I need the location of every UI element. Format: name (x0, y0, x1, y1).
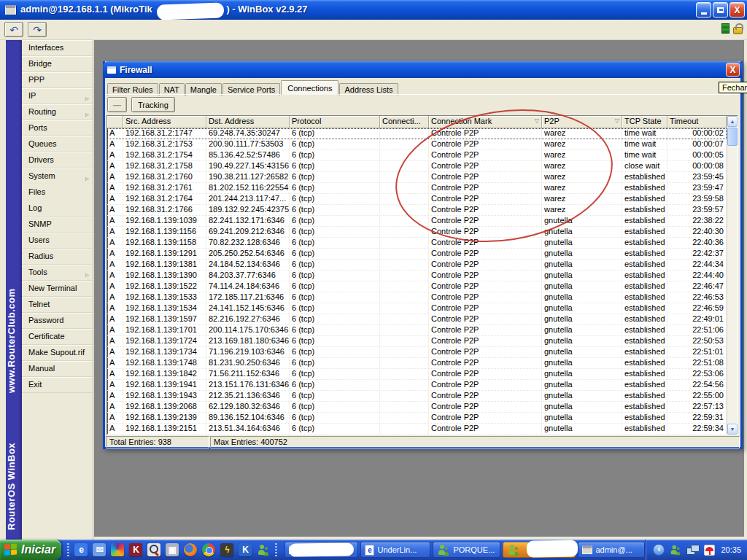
antivirus-tray-icon[interactable] (704, 545, 715, 556)
sidebar-item-exit[interactable]: Exit (22, 377, 93, 393)
column-header-flags[interactable] (107, 116, 123, 128)
sidebar-item-log[interactable]: Log (22, 201, 93, 217)
sidebar-item-system[interactable]: System▹ (22, 168, 93, 184)
connection-row[interactable]: A192.168.31.2:1766189.132.92.245:423756 … (107, 205, 727, 216)
sidebar-item-new-terminal[interactable]: New Terminal (22, 281, 93, 297)
sidebar-item-manual[interactable]: Manual (22, 361, 93, 377)
firewall-close-button[interactable]: X (726, 63, 740, 77)
connection-row[interactable]: A192.168.1.139:213989.136.152.104:63466 … (107, 413, 727, 424)
sidebar-item-ppp[interactable]: PPP (22, 72, 93, 88)
column-header-src-address[interactable]: Src. Address (123, 116, 206, 128)
connection-row[interactable]: A192.168.1.139:173471.196.219.103:63466 … (107, 347, 727, 358)
sidebar-item-tools[interactable]: Tools▹ (22, 265, 93, 281)
firefox-icon[interactable] (184, 543, 197, 556)
connection-row[interactable]: A192.168.31.2:1764201.244.213.117:47...6… (107, 194, 727, 205)
connection-row[interactable]: A192.168.1.139:139084.203.37.77:63466 (t… (107, 271, 727, 281)
sidebar-item-make-supout-rif[interactable]: Make Supout.rif (22, 345, 93, 361)
connection-row[interactable]: A192.168.1.139:138124.184.52.134:63466 (… (107, 260, 727, 271)
connection-row[interactable]: A192.168.1.139:159782.216.192.27:63466 (… (107, 314, 727, 325)
connection-row[interactable]: A192.168.31.2:1760190.38.211.127:265826 … (107, 172, 727, 183)
tab-address-lists[interactable]: Address Lists (339, 83, 398, 96)
connection-row[interactable]: A192.168.1.139:1291205.250.252.54:63466 … (107, 249, 727, 260)
firewall-titlebar[interactable]: Firewall X (103, 61, 743, 78)
column-header-connection-mark[interactable]: Connection Mark▽ (429, 116, 542, 128)
sidebar-item-snmp[interactable]: SNMP (22, 217, 93, 233)
close-button[interactable]: X (729, 2, 745, 18)
column-header-dst-address[interactable]: Dst. Address (206, 116, 290, 128)
sidebar-item-users[interactable]: Users (22, 233, 93, 249)
search-icon[interactable] (147, 543, 160, 556)
connection-row[interactable]: A192.168.1.139:1701200.114.175.170:63466… (107, 325, 727, 336)
sidebar-item-files[interactable]: Files (22, 184, 93, 201)
sidebar-item-certificate[interactable]: Certificate (22, 329, 93, 345)
mail-app-icon[interactable]: ✉ (93, 543, 106, 556)
connection-row[interactable]: A192.168.31.2:1758190.49.227.145:431566 … (107, 161, 727, 172)
connection-row[interactable]: A192.168.31.2:1753200.90.111.77:535036 (… (107, 139, 727, 150)
sidebar-item-queues[interactable]: Queues (22, 136, 93, 152)
tab-connections[interactable]: Connections (281, 80, 338, 95)
connection-row[interactable]: A192.168.31.2:176181.202.152.116:225546 … (107, 183, 727, 194)
connection-row[interactable]: A192.168.1.139:1533172.185.117.21:63466 … (107, 292, 727, 303)
undo-button[interactable]: ↶ (4, 22, 23, 37)
connection-row[interactable]: A192.168.31.2:174769.248.74.35:302476 (t… (107, 128, 727, 139)
column-header-timeout[interactable]: Timeout (667, 116, 727, 128)
connection-row[interactable]: A192.168.1.139:1941213.151.176.131:63466… (107, 380, 727, 391)
messenger-icon[interactable] (257, 543, 270, 556)
winamp-icon[interactable]: ϟ (220, 543, 233, 556)
remove-connection-button[interactable]: — (107, 97, 127, 112)
ie-icon[interactable]: e (74, 543, 88, 556)
taskbar-button-censored-3[interactable] (503, 542, 576, 558)
minimize-button[interactable] (696, 2, 711, 18)
picasa-icon[interactable] (111, 543, 124, 556)
vertical-scrollbar[interactable]: ▲ ▼ (727, 116, 738, 435)
messenger-tray-icon[interactable] (670, 544, 681, 556)
sidebar-item-drivers[interactable]: Drivers (22, 152, 93, 168)
connection-row[interactable]: A192.168.1.139:152274.114.24.184:63466 (… (107, 281, 727, 292)
taskbar-button-admin[interactable]: admin@... (578, 542, 645, 558)
kmplayer-icon[interactable]: K (129, 543, 142, 556)
taskbar-button-porque[interactable]: PORQUE... (433, 542, 500, 558)
kde-icon[interactable]: K (239, 543, 252, 556)
hide-icons-button[interactable]: ‹ (653, 544, 665, 556)
tab-filter-rules[interactable]: Filter Rules (107, 83, 158, 96)
sidebar-item-bridge[interactable]: Bridge (22, 56, 93, 72)
network-tray-icon[interactable] (686, 544, 700, 556)
maximize-button[interactable] (713, 2, 728, 18)
column-header-protocol[interactable]: Protocol (290, 116, 380, 128)
scroll-track[interactable] (727, 147, 738, 424)
connection-row[interactable]: A192.168.1.139:206862.129.180.32:63466 (… (107, 402, 727, 413)
connection-row[interactable]: A192.168.1.139:115669.241.209.212:63466 … (107, 227, 727, 238)
scroll-down-button[interactable]: ▼ (727, 424, 738, 435)
sidebar-item-telnet[interactable]: Telnet (22, 297, 93, 313)
sidebar-item-interfaces[interactable]: Interfaces (22, 40, 93, 56)
sidebar-item-ports[interactable]: Ports (22, 120, 93, 136)
sidebar-item-routing[interactable]: Routing▹ (22, 104, 93, 120)
connection-row[interactable]: A192.168.1.139:174881.231.90.250:63466 (… (107, 358, 727, 369)
taskbar-button-underlin[interactable]: eUnderLin... (360, 542, 430, 558)
quick-launch-handle[interactable] (275, 543, 277, 556)
column-header-tcp-state[interactable]: TCP State (622, 116, 667, 128)
quick-launch-handle[interactable] (67, 543, 69, 556)
connection-row[interactable]: A192.168.1.139:153424.141.152.145:63466 … (107, 303, 727, 314)
tab-mangle[interactable]: Mangle (185, 83, 222, 96)
sidebar-item-password[interactable]: Password (22, 313, 93, 329)
camera-icon[interactable]: ▣ (166, 543, 179, 556)
connection-row[interactable]: A192.168.1.139:1943212.35.21.136:63466 (… (107, 391, 727, 402)
tab-service-ports[interactable]: Service Ports (222, 83, 280, 96)
column-header-p2p[interactable]: P2P▽ (542, 116, 622, 128)
connection-row[interactable]: A192.168.1.139:2151213.51.34.164:63466 (… (107, 424, 727, 435)
connection-row[interactable]: A192.168.1.139:115870.82.232.128:63466 (… (107, 238, 727, 249)
connection-row[interactable]: A192.168.1.139:184271.56.211.152:63466 (… (107, 369, 727, 380)
redo-button[interactable]: ↷ (28, 22, 47, 37)
connection-row[interactable]: A192.168.1.139:103982.241.132.171:63466 … (107, 216, 727, 227)
column-header-connecti[interactable]: Connecti... (380, 116, 429, 128)
connection-row[interactable]: A192.168.1.139:1724213.169.181.180:63466… (107, 336, 727, 347)
tab-nat[interactable]: NAT (159, 83, 185, 96)
chrome-icon[interactable] (202, 543, 215, 556)
sidebar-item-ip[interactable]: IP▹ (22, 88, 93, 104)
sidebar-item-radius[interactable]: Radius (22, 249, 93, 265)
tracking-button[interactable]: Tracking (131, 97, 175, 112)
scroll-thumb[interactable] (727, 128, 738, 146)
taskbar-button-censored-0[interactable] (285, 542, 358, 558)
scroll-up-button[interactable]: ▲ (727, 116, 738, 127)
